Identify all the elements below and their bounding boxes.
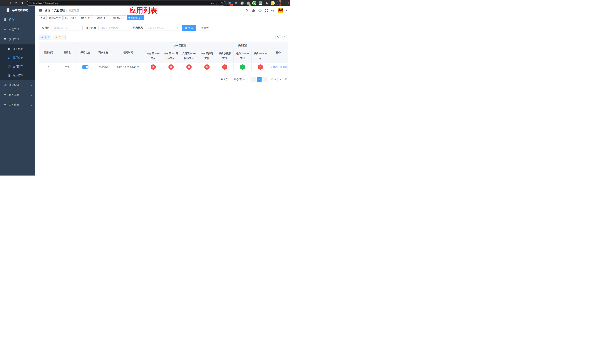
close-icon[interactable]: ×	[91, 17, 93, 19]
share-icon[interactable]	[216, 2, 219, 5]
close-icon[interactable]: ×	[122, 17, 124, 19]
chrome-update-button[interactable]: 更新 ⋮	[277, 1, 289, 5]
home-icon	[20, 1, 23, 5]
chevron-down-icon	[31, 94, 32, 96]
sidebar-item-payment[interactable]: ¥ 支付管理	[0, 34, 35, 44]
tab-home[interactable]: 首页	[39, 15, 47, 20]
help-icon[interactable]: ?	[258, 8, 262, 13]
page-size-select[interactable]: 10条/页	[231, 77, 248, 82]
password-key-icon[interactable]	[211, 1, 214, 5]
sidebar-item-merchant-info[interactable]: 商户信息	[0, 44, 35, 53]
sidebar-item-label: 支付订单	[13, 65, 23, 68]
back-icon	[3, 1, 6, 5]
site-info-icon[interactable]	[29, 2, 32, 4]
status-toggle[interactable]	[82, 65, 89, 69]
sidebar-item-system[interactable]: 系统管理	[0, 24, 35, 34]
add-button[interactable]: 新增	[39, 35, 51, 40]
breadcrumb-home[interactable]: 首页	[45, 9, 50, 12]
sidebar-item-label: 基础设施	[9, 83, 19, 87]
extension-command-icon[interactable]	[240, 1, 244, 5]
extensions-area: 10 1 y	[228, 1, 275, 5]
svg-text:y: y	[254, 2, 255, 4]
browser-reload-button[interactable]	[14, 1, 18, 6]
close-icon[interactable]: ×	[75, 17, 77, 19]
goto-page-input[interactable]	[278, 77, 283, 82]
col-header-app-id: 应用编号	[39, 42, 58, 63]
page-number-current[interactable]: 1	[257, 77, 262, 82]
alipay-scan-status-icon	[204, 64, 210, 70]
search-icon	[277, 36, 279, 39]
close-icon[interactable]: ×	[59, 17, 61, 19]
browser-profile-avatar[interactable]	[270, 1, 275, 5]
browser-forward-button[interactable]	[8, 1, 12, 6]
tab-merchant-info[interactable]: 商户信息×	[111, 15, 126, 20]
bookmark-star-icon[interactable]	[220, 1, 223, 5]
github-icon[interactable]	[251, 8, 256, 13]
cell-app-name: 芋道	[58, 63, 76, 71]
app-logo: 芋道管理系统	[0, 6, 35, 14]
address-bar[interactable]: localhost:1024/pay/app	[27, 1, 226, 6]
col-header-create-time: 创建时间	[112, 42, 144, 63]
extension-kite-icon[interactable]	[234, 1, 238, 5]
close-icon[interactable]: ×	[141, 17, 142, 19]
merchant-name-input[interactable]	[98, 25, 129, 31]
col-header-wechat-jsapi: 微信 JSAPI 支付	[234, 49, 252, 63]
tab-process-form[interactable]: 流程表单×	[48, 15, 63, 20]
sidebar-item-refund-orders[interactable]: 退款订单	[0, 71, 35, 80]
extension-chat-icon[interactable]	[258, 1, 263, 5]
breadcrumb-parent[interactable]: 支付管理	[54, 9, 64, 12]
document-icon	[7, 74, 11, 77]
pagination-total: 共 1 条	[221, 78, 228, 81]
extensions-puzzle-icon[interactable]	[264, 1, 269, 5]
grid-table-icon	[7, 56, 11, 59]
browser-menu-icon[interactable]: ⋮	[285, 2, 287, 4]
font-size-icon[interactable]: TT	[271, 8, 275, 13]
tab-pay-orders[interactable]: 支付订单×	[79, 15, 94, 20]
alipay-wap-status-icon	[186, 64, 192, 70]
col-header-merchant: 商户名称	[94, 42, 112, 63]
refresh-table-button[interactable]	[282, 35, 288, 40]
sidebar-item-infrastructure[interactable]: 基础设施	[0, 80, 35, 90]
annotation-overlay-text: 应用列表	[129, 6, 157, 15]
tab-app-info[interactable]: 应用信息×	[127, 15, 144, 20]
close-icon[interactable]: ×	[107, 17, 108, 19]
breadcrumb-current: 应用信息	[69, 9, 79, 12]
chevron-up-icon	[31, 39, 32, 41]
avatar-caret-down-icon[interactable]	[286, 10, 288, 11]
edit-link[interactable]: 修改	[270, 65, 278, 69]
toggle-search-button[interactable]	[275, 35, 280, 40]
app-table: 应用编号 应用名 开启状态 商户名称 创建时间 支付宝配置 微信配置 操作 支付…	[39, 42, 288, 71]
fullscreen-icon[interactable]	[264, 8, 269, 13]
sidebar-item-dev-tools[interactable]: 研发工具	[0, 90, 35, 100]
status-select[interactable]: 请选择开启状态	[145, 25, 180, 31]
trash-icon	[280, 66, 282, 68]
extension-sidepanel-icon[interactable]: 10	[228, 1, 232, 5]
svg-text:¥: ¥	[9, 66, 10, 68]
extension-recorder-icon[interactable]: 1	[246, 1, 250, 5]
user-avatar[interactable]	[278, 8, 283, 13]
extension-y-icon[interactable]: y	[252, 1, 257, 5]
delete-link[interactable]: 删除	[280, 65, 287, 69]
export-button[interactable]: 导出	[53, 35, 65, 40]
tab-refund-orders[interactable]: 退款订单×	[95, 15, 110, 20]
sidebar-item-workflow[interactable]: 工作流程	[0, 100, 35, 110]
briefcase-icon	[3, 104, 7, 107]
breadcrumb: 首页 / 支付管理 / 应用信息	[45, 9, 79, 12]
prev-page-button[interactable]: ‹	[251, 77, 256, 82]
browser-home-button[interactable]	[20, 1, 24, 6]
next-page-button[interactable]: ›	[263, 77, 268, 82]
app-name-input[interactable]	[52, 25, 83, 31]
sidebar-toggle-button[interactable]	[39, 9, 42, 12]
status-label: 开启状态	[133, 26, 143, 30]
sidebar-item-app-info[interactable]: 应用信息	[0, 53, 35, 62]
briefcase-icon	[3, 94, 7, 97]
app-name-label: 应用名	[42, 26, 50, 30]
chevron-down-icon	[177, 27, 178, 29]
search-button[interactable]: 搜索	[182, 25, 196, 31]
tab-user-group[interactable]: 用户分组×	[64, 15, 78, 20]
reset-button[interactable]: 重置	[198, 25, 211, 31]
header-search-icon[interactable]	[245, 8, 249, 13]
browser-back-button[interactable]	[2, 1, 7, 6]
sidebar-item-home[interactable]: 首页	[0, 14, 35, 24]
sidebar-item-pay-orders[interactable]: ¥ 支付订单	[0, 62, 35, 71]
